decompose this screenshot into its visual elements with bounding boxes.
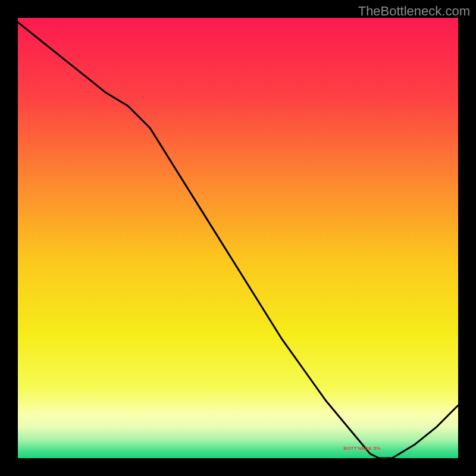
bottleneck-annotation: BOTT'NECK 5% <box>343 446 381 451</box>
plot-frame: BOTT'NECK 5% <box>18 18 458 458</box>
attribution-text: TheBottleneck.com <box>358 4 470 19</box>
chart-root: TheBottleneck.com BOTT'NECK 5% <box>0 0 476 476</box>
chart-line-series <box>18 18 458 458</box>
